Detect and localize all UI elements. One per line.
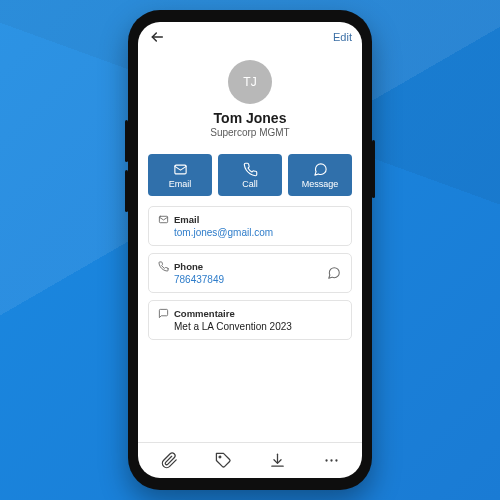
email-small-icon	[157, 213, 169, 225]
profile-header: TJ Tom Jones Supercorp MGMT	[148, 58, 352, 146]
message-action-button[interactable]: Message	[288, 154, 352, 196]
tag-icon	[215, 452, 232, 469]
svg-point-6	[330, 459, 332, 461]
nav-attach-button[interactable]	[149, 447, 189, 475]
download-icon	[269, 452, 286, 469]
contact-company: Supercorp MGMT	[148, 127, 352, 138]
screen: Edit TJ Tom Jones Supercorp MGMT Email	[138, 22, 362, 478]
email-action-button[interactable]: Email	[148, 154, 212, 196]
comment-small-icon	[157, 307, 169, 319]
svg-point-5	[325, 459, 327, 461]
avatar: TJ	[228, 60, 272, 104]
svg-point-3	[219, 456, 221, 458]
chat-bubble-icon	[327, 266, 341, 280]
nav-download-button[interactable]	[257, 447, 297, 475]
email-card: Email tom.jones@gmail.com	[148, 206, 352, 246]
email-field-value[interactable]: tom.jones@gmail.com	[174, 227, 343, 238]
phone-small-icon	[157, 260, 169, 272]
phone-card: Phone 786437849	[148, 253, 352, 293]
phone-field-value[interactable]: 786437849	[174, 274, 343, 285]
call-action-button[interactable]: Call	[218, 154, 282, 196]
comment-field-label: Commentaire	[174, 308, 235, 319]
phone-message-button[interactable]	[325, 264, 343, 282]
message-action-label: Message	[302, 179, 339, 189]
content-area: TJ Tom Jones Supercorp MGMT Email Call	[138, 52, 362, 442]
nav-more-button[interactable]	[311, 447, 351, 475]
back-button[interactable]	[148, 28, 166, 46]
email-icon	[172, 161, 188, 177]
comment-field-value: Met a LA Convention 2023	[174, 321, 343, 332]
phone-icon	[242, 161, 258, 177]
arrow-left-icon	[149, 29, 165, 45]
edit-button[interactable]: Edit	[333, 31, 352, 43]
more-horizontal-icon	[323, 452, 340, 469]
message-icon	[312, 161, 328, 177]
paperclip-icon	[161, 452, 178, 469]
top-bar: Edit	[138, 22, 362, 52]
bottom-nav	[138, 442, 362, 478]
comment-card: Commentaire Met a LA Convention 2023	[148, 300, 352, 340]
call-action-label: Call	[242, 179, 258, 189]
nav-tag-button[interactable]	[203, 447, 243, 475]
email-field-label: Email	[174, 214, 199, 225]
phone-field-label: Phone	[174, 261, 203, 272]
svg-point-7	[335, 459, 337, 461]
contact-name: Tom Jones	[148, 110, 352, 126]
phone-frame: Edit TJ Tom Jones Supercorp MGMT Email	[128, 10, 372, 490]
action-row: Email Call Message	[148, 154, 352, 196]
email-action-label: Email	[169, 179, 192, 189]
